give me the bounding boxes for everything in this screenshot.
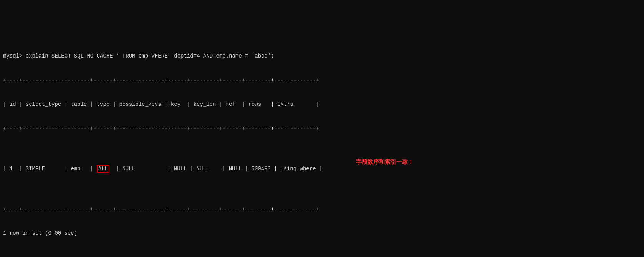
data-row-1-container: | 1 | SIMPLE | emp | ALL | NULL | NULL |… <box>3 149 641 189</box>
command-1: mysql> explain SELECT SQL_NO_CACHE * FRO… <box>3 52 641 60</box>
section-1: mysql> explain SELECT SQL_NO_CACHE * FRO… <box>3 36 641 254</box>
sep1-1: +----+-------------+-------+------+-----… <box>3 76 641 84</box>
summary-1: 1 row in set (0.00 sec) <box>3 229 641 237</box>
terminal: mysql> explain SELECT SQL_NO_CACHE * FRO… <box>3 4 641 257</box>
sep3-1: +----+-------------+-------+------+-----… <box>3 205 641 213</box>
annotation-block-1: 字段数序和索引一致！ <box>330 150 413 175</box>
data-row-1: | 1 | SIMPLE | emp | ALL | NULL | NULL |… <box>3 165 322 173</box>
annotation-text-1: 字段数序和索引一致！ <box>356 158 414 165</box>
sep2-1: +----+-------------+-------+------+-----… <box>3 125 641 133</box>
header-1: | id | select_type | table | type | poss… <box>3 100 641 109</box>
type-highlight-1: ALL <box>97 165 109 173</box>
code-block-1: | 1 | SIMPLE | emp | ALL | NULL | NULL |… <box>3 149 322 189</box>
